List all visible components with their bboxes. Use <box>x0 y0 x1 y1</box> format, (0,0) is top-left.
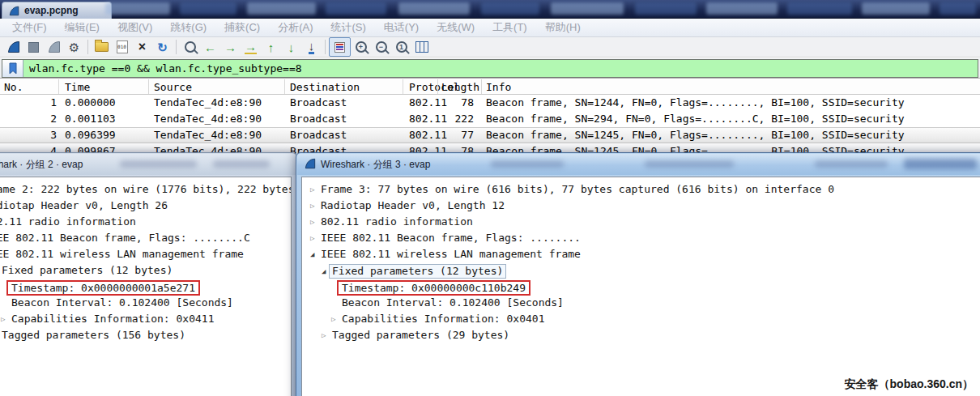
taskbar-ghost-tab[interactable] <box>105 2 170 15</box>
menu-capture[interactable]: 捕获(C) <box>215 20 269 35</box>
menu-analyze[interactable]: 分析(A) <box>269 20 322 35</box>
cell-no: 2 <box>8 111 57 127</box>
tree-row[interactable]: Capabilities Information: 0x0411 <box>0 313 291 329</box>
cell-info: Beacon frame, SN=1245, FN=0, Flags=.....… <box>486 128 905 143</box>
menu-tools[interactable]: 工具(T) <box>484 20 536 35</box>
cell-no: 1 <box>8 95 57 111</box>
aero-ghost <box>120 160 197 168</box>
menu-help[interactable]: 帮助(H) <box>536 20 590 35</box>
filter-bookmark-button[interactable] <box>2 60 23 77</box>
tree-row[interactable]: IEEE 802.11 Beacon frame, Flags: .......… <box>0 232 291 248</box>
tree-row-label: Fixed parameters (12 bytes) <box>2 264 173 276</box>
auto-scroll-icon[interactable]: ↓ <box>301 38 322 56</box>
close-file-icon[interactable]: × <box>132 38 152 56</box>
packet-row-1[interactable]: 1 0.000000 TendaTec_4d:e8:90 Broadcast 8… <box>0 95 980 111</box>
menu-wireless[interactable]: 无线(W) <box>428 20 484 35</box>
menu-view[interactable]: 视图(V) <box>109 20 161 35</box>
window-titlebar[interactable]: Wireshark · 分组 3 · evap <box>296 153 980 175</box>
taskbar-ghost-tab[interactable] <box>635 2 697 15</box>
tree-row[interactable]: Frame 3: 77 bytes on wire (616 bits), 77… <box>302 183 980 199</box>
aero-ghost <box>904 159 977 169</box>
timestamp-highlight-box: Timestamp: 0x00000000c110b249 <box>337 280 530 296</box>
tree-row[interactable]: 802.11 radio information <box>0 215 291 232</box>
go-forward-icon[interactable]: → <box>220 38 241 56</box>
tree-row[interactable]: Tagged parameters (29 bytes) <box>302 329 980 345</box>
open-file-icon[interactable] <box>92 38 112 56</box>
packet-row-3-selected[interactable]: 3 0.096399 TendaTec_4d:e8:90 Broadcast 8… <box>0 127 980 143</box>
go-back-icon[interactable]: ← <box>200 38 220 56</box>
tree-row-focused[interactable]: Fixed parameters (12 bytes) <box>302 264 980 280</box>
column-header-length[interactable]: Length <box>441 81 479 93</box>
tree-row[interactable]: IEEE 802.11 wireless LAN management fram… <box>0 248 291 264</box>
tree-row[interactable]: Radiotap Header v0, Length 12 <box>302 199 980 215</box>
resize-columns-icon[interactable] <box>411 38 432 56</box>
toolbar-separator <box>87 40 88 54</box>
packet-row-2[interactable]: 2 0.001103 TendaTec_4d:e8:90 Broadcast 8… <box>0 111 980 127</box>
column-header-time[interactable]: Time <box>65 81 90 93</box>
column-header-destination[interactable]: Destination <box>290 81 360 93</box>
menu-edit[interactable]: 编辑(E) <box>56 20 109 35</box>
taskbar-ghost-tab[interactable] <box>940 2 976 15</box>
tree-row[interactable]: IEEE 802.11 Beacon frame, Flags: .......… <box>302 232 980 248</box>
taskbar-tab-active[interactable]: evap.pcpng <box>2 2 112 19</box>
start-capture-icon[interactable] <box>3 38 23 56</box>
stop-capture-icon[interactable] <box>23 38 44 56</box>
column-header-info[interactable]: Info <box>486 81 511 93</box>
go-first-packet-icon[interactable]: ↑ <box>261 38 281 56</box>
tree-row[interactable]: Capabilities Information: 0x0401 <box>302 313 980 329</box>
tree-row-label: 802.11 radio information <box>321 215 473 228</box>
find-packet-icon[interactable] <box>180 38 200 56</box>
taskbar-ghost-tab[interactable] <box>326 2 386 15</box>
tree-row-label: Tagged parameters (29 bytes) <box>332 329 509 341</box>
expander-icon[interactable] <box>331 315 342 323</box>
capture-options-icon[interactable]: ⚙ <box>64 38 84 56</box>
taskbar-ghost-tab[interactable] <box>481 2 539 15</box>
tree-row[interactable]: Frame 2: 222 bytes on wire (1776 bits), … <box>0 183 291 199</box>
expander-icon[interactable] <box>310 218 321 226</box>
taskbar-ghost-tab[interactable] <box>247 2 316 15</box>
tree-row-label: 802.11 radio information <box>0 215 136 228</box>
tree-row-timestamp[interactable]: Timestamp: 0x0000000001a5e271 <box>0 280 291 296</box>
tree-row-label: Capabilities Information: 0x0411 <box>11 313 214 325</box>
tree-row[interactable]: Tagged parameters (156 bytes) <box>0 329 291 345</box>
menu-file[interactable]: 文件(F) <box>3 20 56 35</box>
menu-statistics[interactable]: 统计(S) <box>322 20 374 35</box>
taskbar-ghost-tab[interactable] <box>787 2 852 15</box>
expander-icon[interactable] <box>1 315 11 323</box>
window-titlebar[interactable]: Wireshark · 分组 2 · evap <box>0 153 296 175</box>
expander-icon[interactable] <box>310 185 321 194</box>
zoom-in-icon[interactable]: + <box>351 38 371 56</box>
taskbar-ghost-tab[interactable] <box>862 2 930 15</box>
expander-icon[interactable] <box>310 202 321 210</box>
reload-file-icon[interactable]: ↻ <box>152 38 173 56</box>
go-last-packet-icon[interactable]: ↓ <box>281 38 301 56</box>
save-file-icon[interactable]: 010 <box>112 38 132 56</box>
go-to-packet-icon[interactable]: → <box>241 38 261 56</box>
column-header-source[interactable]: Source <box>154 81 192 93</box>
menu-telephony[interactable]: 电话(Y) <box>375 20 428 35</box>
tree-row-timestamp[interactable]: Timestamp: 0x00000000c110b249 <box>302 280 980 296</box>
taskbar-ghost-tab[interactable] <box>706 2 778 15</box>
tree-row[interactable]: 802.11 radio information <box>302 215 980 232</box>
tree-row[interactable]: Fixed parameters (12 bytes) <box>0 264 291 280</box>
taskbar-tab-label: evap.pcpng <box>24 5 79 16</box>
expander-icon[interactable] <box>310 250 321 258</box>
cell-length: 77 <box>425 128 474 143</box>
menu-go[interactable]: 跳转(G) <box>161 20 215 35</box>
restart-capture-icon[interactable] <box>44 38 64 56</box>
taskbar-ghost-tab[interactable] <box>551 2 624 15</box>
taskbar-ghost-tab[interactable] <box>180 2 236 15</box>
expander-icon[interactable] <box>322 331 332 339</box>
display-filter-input[interactable] <box>23 60 978 77</box>
column-header-no[interactable]: No. <box>4 81 23 93</box>
colorize-packets-icon[interactable] <box>329 37 351 57</box>
tree-row[interactable]: Beacon Interval: 0.102400 [Seconds] <box>302 296 980 313</box>
zoom-out-icon[interactable]: − <box>371 38 391 56</box>
cell-source: TendaTec_4d:e8:90 <box>154 95 262 111</box>
expander-icon[interactable] <box>310 234 321 242</box>
taskbar-ghost-tab[interactable] <box>398 2 470 15</box>
zoom-100-icon[interactable]: 1 <box>391 38 411 56</box>
tree-row[interactable]: Radiotap Header v0, Length 26 <box>0 199 291 215</box>
tree-row[interactable]: Beacon Interval: 0.102400 [Seconds] <box>0 296 291 313</box>
tree-row[interactable]: IEEE 802.11 wireless LAN management fram… <box>302 248 980 264</box>
